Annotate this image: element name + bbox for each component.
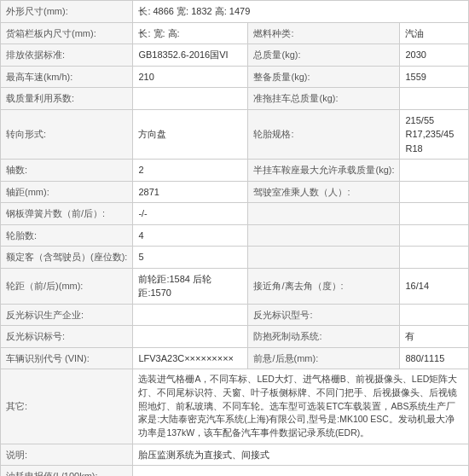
value-other: 选装进气格栅A，不同车标、LED大灯、进气格栅B、前视摄像头、LED矩阵大灯、不… — [133, 369, 469, 444]
label-vin: 车辆识别代号 (VIN): — [1, 347, 133, 369]
value-wheelbase: 2871 — [133, 181, 248, 203]
value-oil — [133, 466, 469, 476]
row-cargo-fuel: 货箱栏板内尺寸(mm): 长: 宽: 高: 燃料种类: 汽油 — [1, 22, 469, 44]
value-tire-spec: 215/55 R17,235/45 R18 — [400, 109, 469, 160]
value-reflector-company — [133, 304, 248, 326]
label-abs: 防抱死制动系统: — [248, 326, 400, 348]
label-tire-spec: 轮胎规格: — [248, 109, 400, 160]
label-max-speed: 最高车速(km/h): — [1, 66, 133, 88]
row-reflector-number-abs: 反光标识标号: 防抱死制动系统: 有 — [1, 326, 469, 348]
row-dimensions: 外形尺寸(mm): 长: 4866 宽: 1832 高: 1479 — [1, 1, 469, 23]
row-reflector-company: 反光标识生产企业: 反光标识型号: — [1, 304, 469, 326]
row-other: 其它: 选装进气格栅A，不同车标、LED大灯、进气格栅B、前视摄像头、LED矩阵… — [1, 369, 469, 444]
row-seats: 额定客（含驾驶员）(座位数): 5 — [1, 247, 469, 269]
label-approach: 接近角/离去角（度）: — [248, 268, 400, 304]
label-reflector-number: 反光标识标号: — [1, 326, 133, 348]
value-axles: 2 — [133, 160, 248, 182]
value-empty1 — [400, 203, 469, 225]
value-suspension: 880/1115 — [400, 347, 469, 369]
row-oil: 油耗申报值(L/100km): — [1, 466, 469, 476]
label-note: 说明: — [1, 444, 133, 466]
row-payload-trailer: 载质量利用系数: 准拖挂车总质量(kg): — [1, 88, 469, 110]
label-emission: 排放依据标准: — [1, 44, 133, 67]
label-track: 轮距（前/后)(mm): — [1, 268, 133, 304]
label-total-mass: 总质量(kg): — [248, 44, 400, 67]
row-wheelbase-cab: 轴距(mm): 2871 驾驶室准乘人数（人）: — [1, 181, 469, 203]
label-saddle: 半挂车鞍座最大允许承载质量(kg): — [248, 160, 400, 182]
value-total-mass: 2030 — [400, 44, 469, 67]
value-reflector-model — [400, 304, 469, 326]
label-axles: 轴数: — [1, 160, 133, 182]
value-steering: 方向盘 — [133, 109, 248, 160]
value-reflector-number — [133, 326, 248, 348]
label-dimensions: 外形尺寸(mm): — [1, 1, 133, 23]
value-vin: LFV3A23C××××××××× — [133, 347, 248, 369]
value-empty3 — [400, 247, 469, 269]
label-tow: 准拖挂车总质量(kg): — [248, 88, 400, 110]
row-axle-saddle: 轴数: 2 半挂车鞍座最大允许承载质量(kg): — [1, 160, 469, 182]
label-spring: 钢板弹簧片数（前/后）: — [1, 203, 133, 225]
value-curb-weight: 1559 — [400, 66, 469, 88]
row-track-approach: 轮距（前/后)(mm): 前轮距:1584 后轮距:1570 接近角/离去角（度… — [1, 268, 469, 304]
value-spring: -/- — [133, 203, 248, 225]
label-empty3 — [248, 247, 400, 269]
label-suspension: 前悬/后悬(mm): — [248, 347, 400, 369]
row-speed-curb: 最高车速(km/h): 210 整备质量(kg): 1559 — [1, 66, 469, 88]
label-steering: 转向形式: — [1, 109, 133, 160]
value-abs: 有 — [400, 326, 469, 348]
label-payload: 载质量利用系数: — [1, 88, 133, 110]
label-reflector-model: 反光标识型号: — [248, 304, 400, 326]
value-cab-seats — [400, 181, 469, 203]
value-approach: 16/14 — [400, 268, 469, 304]
value-tow — [400, 88, 469, 110]
label-empty1 — [248, 203, 400, 225]
label-tires-count: 轮胎数: — [1, 224, 133, 247]
value-track: 前轮距:1584 后轮距:1570 — [133, 268, 248, 304]
row-emission-weight: 排放依据标准: GB18352.6-2016国VI 总质量(kg): 2030 — [1, 44, 469, 67]
row-note: 说明: 胎压监测系统为直接式、间接式 — [1, 444, 469, 466]
row-tires-count: 轮胎数: 4 — [1, 224, 469, 247]
row-spring: 钢板弹簧片数（前/后）: -/- — [1, 203, 469, 225]
label-reflector-company: 反光标识生产企业: — [1, 304, 133, 326]
label-seats: 额定客（含驾驶员）(座位数): — [1, 247, 133, 269]
label-fuel: 燃料种类: — [248, 22, 400, 44]
label-other: 其它: — [1, 369, 133, 444]
value-cargo: 长: 宽: 高: — [133, 22, 248, 44]
value-saddle — [400, 160, 469, 182]
value-note: 胎压监测系统为直接式、间接式 — [133, 444, 469, 466]
value-seats: 5 — [133, 247, 248, 269]
row-vin-suspension: 车辆识别代号 (VIN): LFV3A23C××××××××× 前悬/后悬(mm… — [1, 347, 469, 369]
value-empty2 — [400, 224, 469, 247]
value-max-speed: 210 — [133, 66, 248, 88]
label-empty2 — [248, 224, 400, 247]
value-fuel: 汽油 — [400, 22, 469, 44]
value-tires-count: 4 — [133, 224, 248, 247]
label-cargo: 货箱栏板内尺寸(mm): — [1, 22, 133, 44]
label-wheelbase: 轴距(mm): — [1, 181, 133, 203]
value-emission: GB18352.6-2016国VI — [133, 44, 248, 67]
value-dimensions: 长: 4866 宽: 1832 高: 1479 — [133, 1, 469, 23]
row-steering-tire: 转向形式: 方向盘 轮胎规格: 215/55 R17,235/45 R18 — [1, 109, 469, 160]
label-curb-weight: 整备质量(kg): — [248, 66, 400, 88]
label-oil: 油耗申报值(L/100km): — [1, 466, 133, 476]
value-payload — [133, 88, 248, 110]
label-cab-seats: 驾驶室准乘人数（人）: — [248, 181, 400, 203]
